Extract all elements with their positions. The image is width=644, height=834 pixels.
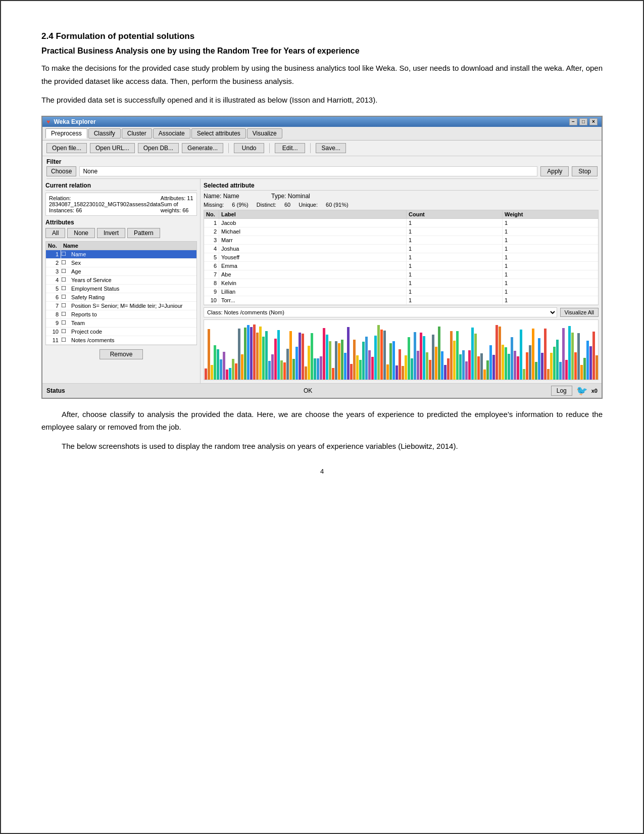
chart-bar <box>468 350 471 380</box>
chart-bar <box>444 365 447 380</box>
invert-button[interactable]: Invert <box>97 228 125 238</box>
open-file-button[interactable]: Open file... <box>46 143 87 153</box>
attribute-row-2[interactable]: 2 ☐ Sex <box>46 259 196 267</box>
v-count-header: Count <box>407 210 503 218</box>
log-button[interactable]: Log <box>551 386 572 396</box>
all-button[interactable]: All <box>45 228 65 238</box>
stop-button[interactable]: Stop <box>572 166 598 176</box>
attribute-row-5[interactable]: 5 ☐ Employment Status <box>46 285 196 293</box>
attrib-check-4[interactable]: ☐ <box>61 276 69 283</box>
tab-cluster[interactable]: Cluster <box>122 128 152 138</box>
chart-bar <box>571 333 574 380</box>
missing-label: Missing: <box>204 202 224 208</box>
weka-title: ♥ Weka Explorer <box>46 118 96 125</box>
filter-name-display: None <box>79 166 537 176</box>
attrib-check-8[interactable]: ☐ <box>61 311 69 317</box>
chart-bar <box>299 333 301 380</box>
generate-button[interactable]: Generate... <box>182 143 223 153</box>
attribute-row-4[interactable]: 4 ☐ Years of Service <box>46 276 196 285</box>
chart-bar <box>229 368 231 380</box>
attrib-check-5[interactable]: ☐ <box>61 285 69 292</box>
chart-bar <box>402 366 404 380</box>
edit-button[interactable]: Edit... <box>275 143 305 153</box>
attribute-row-3[interactable]: 3 ☐ Age <box>46 267 196 276</box>
chart-bar <box>520 330 522 380</box>
chart-bar <box>389 343 392 380</box>
undo-button[interactable]: Undo <box>234 143 264 153</box>
close-button[interactable]: × <box>589 118 598 125</box>
tab-classify[interactable]: Classify <box>88 128 121 138</box>
section-title: Formulation of potential solutions <box>56 31 194 41</box>
visualize-all-button[interactable]: Visualize All <box>560 308 599 317</box>
attribute-row-9[interactable]: 9 ☐ Team <box>46 319 196 328</box>
apply-button[interactable]: Apply <box>540 166 569 176</box>
titlebar-controls[interactable]: − □ × <box>569 118 598 125</box>
tab-preprocess[interactable]: Preprocess <box>45 128 87 138</box>
choose-button[interactable]: Choose <box>46 166 76 176</box>
save-button[interactable]: Save... <box>316 143 346 153</box>
chart-bar <box>492 355 495 380</box>
chart-bar <box>499 327 501 380</box>
v-label-header: Label <box>219 210 407 218</box>
open-db-button[interactable]: Open DB... <box>138 143 179 153</box>
remove-button[interactable]: Remove <box>100 349 143 359</box>
chart-bar <box>326 335 328 380</box>
attrib-check-10[interactable]: ☐ <box>61 328 69 335</box>
chart-bar <box>562 328 565 380</box>
chart-bar <box>508 354 510 380</box>
tab-associate[interactable]: Associate <box>153 128 190 138</box>
value-row-6: 6 Emma 1 1 <box>204 262 598 270</box>
x0-label: x0 <box>591 388 598 394</box>
attrib-check-7[interactable]: ☐ <box>61 302 69 309</box>
chart-bar <box>411 358 413 380</box>
attrib-name-1: Name <box>69 250 196 258</box>
page-number: 4 <box>41 468 603 475</box>
attribute-row-7[interactable]: 7 ☐ Position S= Senior; M= Middle teir; … <box>46 302 196 310</box>
attribute-row-10[interactable]: 10 ☐ Project code <box>46 328 196 336</box>
chart-bar <box>541 353 543 380</box>
chart-bar <box>320 356 322 380</box>
chart-bar <box>292 359 295 380</box>
attributes-table-header: No. Name <box>46 242 196 250</box>
chart-bar <box>241 354 243 380</box>
class-select[interactable]: Class: Notes /comments (Nom) <box>204 307 557 317</box>
chart-bar <box>283 362 286 380</box>
chart-bar <box>517 356 519 380</box>
attribute-row-1[interactable]: 1 ☐ Name <box>46 250 196 259</box>
attrib-check-1[interactable]: ☐ <box>61 251 69 257</box>
minimize-button[interactable]: − <box>569 118 577 125</box>
current-relation-title: Current relation <box>45 182 197 191</box>
chart-bar <box>214 345 216 380</box>
chart-bar <box>420 333 422 380</box>
attrib-check-3[interactable]: ☐ <box>61 268 69 274</box>
chart-bar <box>353 340 356 380</box>
attrib-check-6[interactable]: ☐ <box>61 294 69 300</box>
chart-bar <box>217 349 219 380</box>
chart-bar <box>514 351 516 380</box>
attribute-row-8[interactable]: 8 ☐ Reports to <box>46 310 196 319</box>
col-no-header: No. <box>46 242 61 250</box>
chart-bar <box>362 342 365 380</box>
chart-bar <box>205 368 207 380</box>
chart-bar <box>383 331 386 380</box>
pattern-button[interactable]: Pattern <box>127 228 160 238</box>
attrib-check-2[interactable]: ☐ <box>61 259 69 266</box>
chart-bar <box>371 357 374 380</box>
tab-select-attributes[interactable]: Select attributes <box>191 128 246 138</box>
chart-bar <box>450 331 453 380</box>
attribute-row-11[interactable]: 11 ☐ Notes /comments <box>46 336 196 345</box>
instances-text: Instances: 66 <box>49 207 161 213</box>
value-row-2: 2 Michael 1 1 <box>204 227 598 236</box>
tab-visualize[interactable]: Visualize <box>247 128 282 138</box>
open-url-button[interactable]: Open URL... <box>90 143 135 153</box>
value-row-7: 7 Abe 1 1 <box>204 270 598 279</box>
maximize-button[interactable]: □ <box>579 118 587 125</box>
attribute-row-6[interactable]: 6 ☐ Safety Rating <box>46 293 196 302</box>
chart-bar <box>274 339 277 380</box>
selected-attribute-title: Selected attribute <box>204 182 599 191</box>
none-button[interactable]: None <box>67 228 95 238</box>
attrib-check-9[interactable]: ☐ <box>61 319 69 326</box>
attributes-count: Attributes: 11 <box>161 195 193 201</box>
attrib-check-11[interactable]: ☐ <box>61 337 69 343</box>
toolbar-separator-1 <box>228 143 229 153</box>
